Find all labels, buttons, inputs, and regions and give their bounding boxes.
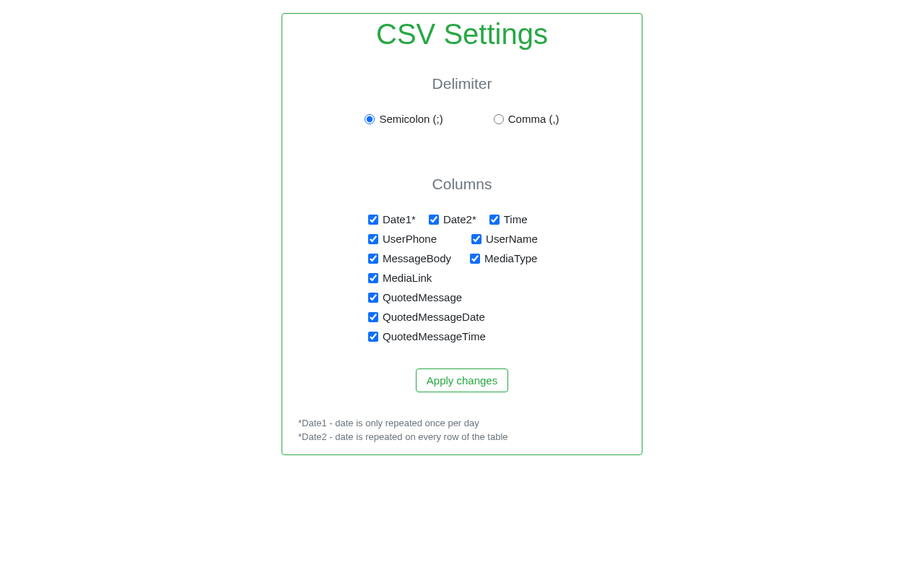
column-userphone[interactable]: UserPhone	[368, 233, 437, 245]
column-time-checkbox[interactable]	[489, 215, 500, 225]
columns-row: QuotedMessageDate	[368, 311, 556, 323]
column-quotedmessagetime-label: QuotedMessageTime	[383, 330, 486, 342]
column-quotedmessage[interactable]: QuotedMessage	[368, 291, 462, 303]
column-quotedmessage-label: QuotedMessage	[383, 291, 462, 303]
column-quotedmessagetime-checkbox[interactable]	[368, 332, 378, 342]
columns-row: UserPhone UserName	[368, 233, 556, 245]
page-title: CSV Settings	[297, 18, 627, 51]
delimiter-comma[interactable]: Comma (,)	[494, 113, 559, 125]
column-messagebody-checkbox[interactable]	[368, 254, 378, 264]
column-quotedmessagetime[interactable]: QuotedMessageTime	[368, 330, 486, 342]
column-medialink-label: MediaLink	[383, 272, 432, 284]
column-date2-checkbox[interactable]	[429, 215, 439, 225]
delimiter-semicolon-label: Semicolon (;)	[379, 113, 443, 125]
column-medialink-checkbox[interactable]	[368, 273, 378, 283]
columns-row: MessageBody MediaType	[368, 252, 556, 264]
csv-settings-panel: CSV Settings Delimiter Semicolon (;) Com…	[282, 13, 642, 455]
column-messagebody-label: MessageBody	[383, 252, 451, 264]
column-username-checkbox[interactable]	[471, 234, 481, 244]
column-username[interactable]: UserName	[471, 233, 538, 245]
column-quotedmessagedate[interactable]: QuotedMessageDate	[368, 311, 485, 323]
columns-row: QuotedMessage	[368, 291, 556, 303]
column-date1-label: Date1*	[383, 213, 416, 225]
apply-changes-button[interactable]: Apply changes	[416, 368, 508, 392]
footnote-date1: *Date1 - date is only repeated once per …	[298, 417, 627, 431]
column-userphone-checkbox[interactable]	[368, 234, 378, 244]
column-quotedmessage-checkbox[interactable]	[368, 293, 378, 303]
column-messagebody[interactable]: MessageBody	[368, 252, 451, 264]
delimiter-heading: Delimiter	[297, 75, 627, 92]
column-date2[interactable]: Date2*	[429, 213, 476, 225]
column-mediatype-checkbox[interactable]	[470, 254, 480, 264]
columns-row: MediaLink	[368, 272, 556, 284]
column-time[interactable]: Time	[489, 213, 528, 225]
column-quotedmessagedate-checkbox[interactable]	[368, 312, 378, 322]
column-date2-label: Date2*	[443, 213, 476, 225]
columns-heading: Columns	[297, 176, 627, 193]
column-quotedmessagedate-label: QuotedMessageDate	[383, 311, 485, 323]
delimiter-comma-label: Comma (,)	[508, 113, 559, 125]
columns-row: QuotedMessageTime	[368, 330, 556, 342]
column-mediatype-label: MediaType	[484, 252, 537, 264]
column-date1-checkbox[interactable]	[368, 215, 378, 225]
delimiter-semicolon[interactable]: Semicolon (;)	[365, 113, 443, 125]
column-date1[interactable]: Date1*	[368, 213, 416, 225]
column-time-label: Time	[504, 213, 528, 225]
footnote-date2: *Date2 - date is repeated on every row o…	[298, 431, 627, 444]
delimiter-semicolon-radio[interactable]	[365, 114, 375, 124]
column-mediatype[interactable]: MediaType	[470, 252, 537, 264]
delimiter-options: Semicolon (;) Comma (,)	[297, 113, 627, 125]
column-username-label: UserName	[486, 233, 538, 245]
footnotes: *Date1 - date is only repeated once per …	[297, 417, 627, 444]
column-userphone-label: UserPhone	[383, 233, 437, 245]
delimiter-comma-radio[interactable]	[494, 114, 504, 124]
columns-row: Date1* Date2* Time	[368, 213, 556, 225]
columns-list: Date1* Date2* Time UserPhone UserName	[368, 213, 556, 342]
column-medialink[interactable]: MediaLink	[368, 272, 432, 284]
